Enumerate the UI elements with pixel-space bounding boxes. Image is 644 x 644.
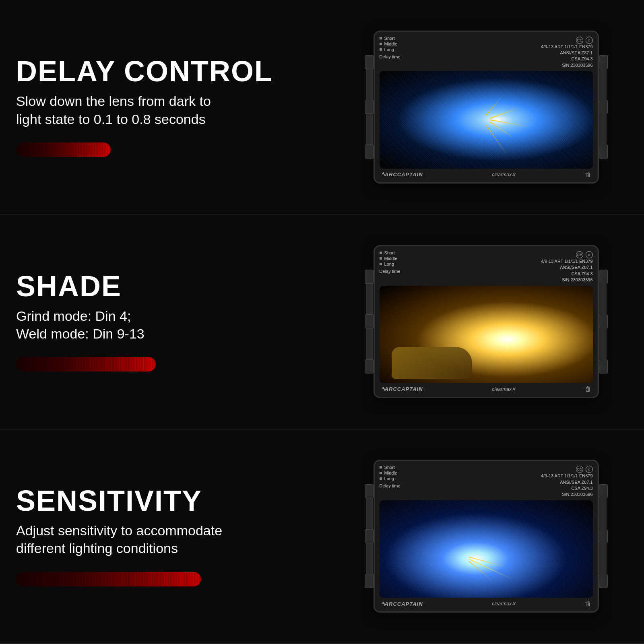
trash-icon-2: 🗑 bbox=[585, 386, 591, 393]
control-dot-middle-3 bbox=[380, 472, 382, 474]
control-label-short: Short bbox=[384, 36, 395, 41]
control-label-middle-3: Middle bbox=[384, 471, 397, 475]
control-long-3: Long bbox=[380, 476, 400, 481]
clip bbox=[365, 574, 374, 588]
control-label-middle: Middle bbox=[384, 41, 397, 46]
spec-serial-3: S/N:230303596 bbox=[541, 491, 593, 497]
welding-scene-3 bbox=[380, 500, 593, 598]
control-long-2: Long bbox=[380, 262, 400, 266]
spark-line-3a bbox=[469, 559, 513, 580]
sensitivity-title: SENSITIVITY bbox=[16, 486, 328, 515]
control-label-long: Long bbox=[384, 47, 394, 52]
spark-line-3c bbox=[469, 561, 494, 582]
delay-slider-track bbox=[16, 142, 111, 157]
sensitivity-panel: SENSITIVITY Adjust sensitivity to accomm… bbox=[0, 429, 644, 644]
delay-slider[interactable] bbox=[16, 142, 242, 157]
shade-panel: SHADE Grind mode: Din 4;Weld mode: Din 9… bbox=[0, 215, 644, 429]
spec-serial-1: S/N:230303596 bbox=[541, 62, 593, 68]
csa-icon-3: c bbox=[586, 466, 593, 473]
clip bbox=[599, 314, 608, 328]
delay-right-content: Short Middle Long Delay time CE bbox=[344, 31, 628, 184]
brand-name-3: ⁴ᵢARCCAPTAIN bbox=[381, 601, 423, 607]
lens-window-2 bbox=[380, 286, 593, 383]
spec-range-2: 4/9-13 ART 1/1/1/1 EN379 bbox=[541, 258, 593, 264]
welding-scene-1 bbox=[380, 71, 593, 168]
lens-device-1: Short Middle Long Delay time CE bbox=[374, 31, 599, 184]
spec-standard2-2: CSA Z94.3 bbox=[541, 271, 593, 277]
spark-line bbox=[486, 125, 507, 155]
control-label-middle-2: Middle bbox=[384, 256, 397, 261]
cert-icons-3: CE c bbox=[541, 466, 593, 473]
trash-icon-3: 🗑 bbox=[585, 600, 591, 607]
control-short-3: Short bbox=[380, 465, 400, 470]
ce-icon-3: CE bbox=[576, 466, 583, 473]
brand-clearmax-2: clearmax✕ bbox=[492, 386, 516, 392]
delay-time-label-3: Delay time bbox=[380, 483, 400, 488]
spec-standard2-3: CSA Z94.3 bbox=[541, 485, 593, 491]
spark-line bbox=[490, 107, 521, 118]
clip bbox=[599, 529, 608, 543]
delay-title: DELAY CONTROL bbox=[16, 57, 328, 86]
clip bbox=[599, 100, 608, 114]
right-clips-3 bbox=[599, 461, 608, 611]
clip bbox=[365, 100, 374, 114]
shade-right-content: Short Middle Long Delay time CE bbox=[344, 245, 628, 398]
left-clips-2 bbox=[365, 246, 374, 397]
spark-line bbox=[490, 122, 514, 138]
csa-icon: c bbox=[586, 37, 593, 44]
control-dot-short-2 bbox=[380, 252, 382, 254]
clip bbox=[365, 55, 374, 69]
lens-window-1 bbox=[380, 71, 593, 168]
spec-standard1-3: ANSI/SEA Z87.1 bbox=[541, 479, 593, 485]
sensitivity-slider-track bbox=[16, 572, 201, 586]
shade-slider[interactable] bbox=[16, 357, 242, 372]
control-dot-short-3 bbox=[380, 466, 382, 469]
delay-time-label-2: Delay time bbox=[380, 269, 400, 274]
control-label-short-3: Short bbox=[384, 465, 395, 470]
shade-left-content: SHADE Grind mode: Din 4;Weld mode: Din 9… bbox=[16, 272, 328, 372]
spec-standard1-1: ANSI/SEA Z87.1 bbox=[541, 50, 593, 56]
clip bbox=[365, 359, 374, 374]
clip bbox=[599, 574, 608, 588]
lens-window-3 bbox=[380, 500, 593, 598]
control-label-long-3: Long bbox=[384, 476, 394, 481]
left-clips-3 bbox=[365, 461, 374, 611]
control-dot-long-2 bbox=[380, 263, 382, 265]
lens-header-3: Short Middle Long Delay time CE bbox=[380, 465, 593, 498]
lens-controls-2: Short Middle Long Delay time bbox=[380, 250, 400, 274]
shade-title: SHADE bbox=[16, 272, 328, 301]
clip bbox=[599, 484, 608, 498]
cert-icons-1: CE c bbox=[541, 37, 593, 44]
welding-scene-2 bbox=[380, 286, 593, 383]
sensitivity-description: Adjust sensitivity to accommodate differ… bbox=[16, 522, 225, 557]
lens-footer-1: ⁴ᵢARCCAPTAIN clearmax✕ 🗑 bbox=[380, 171, 593, 178]
clip bbox=[365, 144, 374, 159]
control-dot-long bbox=[380, 48, 382, 51]
lens-specs-1: CE c 4/9-13 ART 1/1/1/1 EN379 ANSI/SEA Z… bbox=[541, 36, 593, 69]
lens-device-3: Short Middle Long Delay time CE bbox=[374, 460, 599, 613]
brand-clearmax-3: clearmax✕ bbox=[492, 601, 516, 607]
delay-time-label-1: Delay time bbox=[380, 54, 400, 59]
ce-icon: CE bbox=[576, 37, 583, 44]
right-clips-2 bbox=[599, 246, 608, 397]
clip bbox=[365, 529, 374, 543]
delay-left-content: DELAY CONTROL Slow down the lens from da… bbox=[16, 57, 328, 157]
sensitivity-slider[interactable] bbox=[16, 572, 242, 586]
delay-description: Slow down the lens from dark to light st… bbox=[16, 92, 225, 128]
sensitivity-right-content: Short Middle Long Delay time CE bbox=[344, 460, 628, 613]
control-middle-2: Middle bbox=[380, 256, 400, 261]
sensitivity-left-content: SENSITIVITY Adjust sensitivity to accomm… bbox=[16, 486, 328, 586]
lens-specs-3: CE c 4/9-13 ART 1/1/1/1 EN379 ANSI/SEA Z… bbox=[541, 465, 593, 498]
lens-header-2: Short Middle Long Delay time CE bbox=[380, 250, 593, 283]
control-long: Long bbox=[380, 47, 400, 52]
clip bbox=[365, 484, 374, 498]
spark-line bbox=[486, 97, 502, 116]
control-dot-middle-2 bbox=[380, 257, 382, 260]
spec-range-1: 4/9-13 ART 1/1/1/1 EN379 bbox=[541, 44, 593, 50]
gloves-overlay bbox=[392, 347, 472, 379]
shade-slider-track bbox=[16, 357, 156, 372]
lens-specs-2: CE c 4/9-13 ART 1/1/1/1 EN379 ANSI/SEA Z… bbox=[541, 250, 593, 283]
spec-standard2-1: CSA Z94.3 bbox=[541, 56, 593, 62]
lens-footer-2: ⁴ᵢARCCAPTAIN clearmax✕ 🗑 bbox=[380, 386, 593, 393]
spark-line bbox=[490, 120, 530, 127]
